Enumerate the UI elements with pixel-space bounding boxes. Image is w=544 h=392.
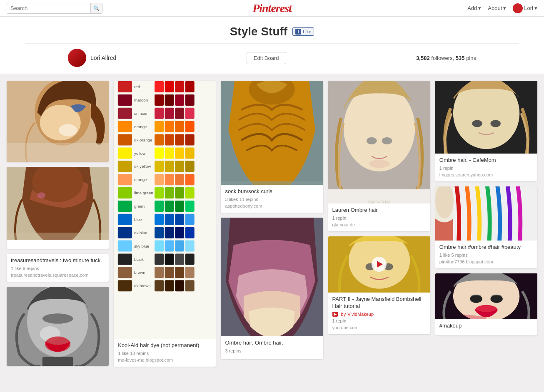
pin-title: Kool-Aid hair dye (not permanent) xyxy=(118,342,212,349)
pin-card[interactable]: Ombre hair. - CafeMom 1 repin images.sea… xyxy=(435,81,537,181)
pin-source: glamour.de xyxy=(332,222,426,227)
svg-rect-61 xyxy=(175,147,184,159)
pin-card[interactable] xyxy=(7,81,109,162)
svg-rect-68 xyxy=(185,161,195,172)
svg-rect-33 xyxy=(118,94,132,106)
pin-card[interactable]: SKYRIN Lauren Ombre hair 1 repin glamour… xyxy=(328,81,430,231)
user-chevron-icon: ▾ xyxy=(534,5,537,11)
svg-rect-51 xyxy=(118,134,132,146)
pin-card[interactable] xyxy=(7,167,109,249)
svg-rect-109 xyxy=(175,253,184,265)
svg-rect-97 xyxy=(175,227,184,238)
svg-point-133 xyxy=(369,160,389,168)
svg-rect-105 xyxy=(118,253,132,265)
svg-rect-55 xyxy=(175,134,184,146)
svg-rect-102 xyxy=(165,241,174,252)
play-button[interactable] xyxy=(372,257,387,272)
profile-avatar xyxy=(68,49,86,67)
svg-rect-54 xyxy=(165,134,174,146)
svg-rect-30 xyxy=(165,81,174,92)
svg-rect-56 xyxy=(185,134,195,146)
header-logo[interactable]: Pinterest xyxy=(252,2,292,15)
pin-title: PART II - Jayne Mansfield Bombshell Hair… xyxy=(332,296,426,310)
svg-text:SKYRIN: SKYRIN xyxy=(368,199,391,203)
svg-rect-84 xyxy=(165,201,174,212)
svg-rect-117 xyxy=(118,280,132,291)
search-box[interactable]: 🔍 xyxy=(7,3,102,14)
pin-card[interactable]: treasuresandtravels : two minute tuck. 1… xyxy=(7,254,109,282)
pins-label: pins xyxy=(466,55,476,61)
svg-text:dk yellow: dk yellow xyxy=(134,164,151,169)
svg-text:lime green: lime green xyxy=(134,191,153,195)
pin-card[interactable]: #makeup xyxy=(435,273,537,335)
pin-image xyxy=(221,81,323,185)
about-button[interactable]: About ▾ xyxy=(488,5,506,11)
pin-source: aspottedpony.com xyxy=(225,203,319,208)
search-button[interactable]: 🔍 xyxy=(90,3,102,14)
pin-card[interactable] xyxy=(7,287,109,366)
svg-rect-37 xyxy=(175,94,184,106)
svg-text:brown: brown xyxy=(134,270,145,275)
svg-rect-116 xyxy=(185,267,195,278)
pin-image xyxy=(221,218,323,336)
svg-text:dk brown: dk brown xyxy=(134,283,151,288)
svg-point-9 xyxy=(37,192,46,198)
svg-rect-79 xyxy=(175,187,184,198)
pin-info: #makeup xyxy=(435,319,537,335)
svg-rect-50 xyxy=(185,121,195,132)
svg-rect-63 xyxy=(118,161,132,172)
svg-rect-90 xyxy=(165,214,174,225)
svg-rect-42 xyxy=(165,108,174,119)
pin-image xyxy=(7,81,109,162)
pin-column-5: Ombre hair. - CafeMom 1 repin images.sea… xyxy=(435,81,537,335)
svg-rect-45 xyxy=(118,121,132,132)
svg-rect-121 xyxy=(175,280,184,291)
svg-rect-101 xyxy=(155,241,164,252)
pin-info: Lauren Ombre hair 1 repin glamour.de xyxy=(328,203,430,231)
svg-rect-113 xyxy=(155,267,164,278)
pin-card[interactable]: Kool-Aid Dyed Playsilks pink red xyxy=(114,81,216,367)
svg-point-17 xyxy=(42,313,73,324)
pin-info: PART II - Jayne Mansfield Bombshell Hair… xyxy=(328,293,430,334)
svg-rect-67 xyxy=(175,161,184,172)
site-header: 🔍 Pinterest Add ▾ About ▾ Lori ▾ xyxy=(0,0,544,17)
svg-rect-120 xyxy=(165,280,174,291)
svg-rect-69 xyxy=(118,174,132,185)
edit-board-button[interactable]: Edit Board xyxy=(247,52,286,64)
svg-rect-74 xyxy=(185,174,195,185)
user-menu-button[interactable]: Lori ▾ xyxy=(513,3,537,13)
facebook-icon: f xyxy=(295,29,301,35)
svg-rect-41 xyxy=(155,108,164,119)
pin-card[interactable]: Ombre hair #ombre #hair #beauty 1 like 5… xyxy=(435,186,537,268)
svg-rect-18 xyxy=(42,357,73,365)
svg-text:crimson: crimson xyxy=(134,111,148,116)
pin-image: Kool-Aid Dyed Playsilks pink red xyxy=(114,81,216,339)
svg-rect-39 xyxy=(118,108,132,119)
add-button[interactable]: Add ▾ xyxy=(467,5,481,11)
user-name-label: Lori xyxy=(524,5,533,11)
svg-point-143 xyxy=(472,120,482,127)
svg-rect-83 xyxy=(155,201,164,212)
pin-card[interactable]: Ombre hair. Ombre hair. 3 repins xyxy=(221,218,323,359)
pin-title: Ombre hair. - CafeMom xyxy=(439,157,533,164)
pin-card[interactable]: sock bun/sock curls 3 likes 11 repins as… xyxy=(221,81,323,213)
pin-source: me-loves-me.blogspot.com xyxy=(118,357,212,362)
svg-rect-85 xyxy=(175,201,184,212)
svg-rect-78 xyxy=(165,187,174,198)
svg-rect-59 xyxy=(155,147,164,159)
svg-rect-36 xyxy=(165,94,174,106)
pin-card[interactable]: PART II - Jayne Mansfield Bombshell Hair… xyxy=(328,236,430,334)
video-channel-name: VividMakeup xyxy=(347,312,374,317)
svg-text:orange: orange xyxy=(134,177,147,182)
facebook-like-button[interactable]: f Like xyxy=(292,27,314,36)
svg-text:sky blue: sky blue xyxy=(134,244,149,248)
svg-rect-47 xyxy=(155,121,164,132)
pin-image xyxy=(435,81,537,154)
svg-rect-43 xyxy=(175,108,184,119)
board-title: Style Stuff xyxy=(230,25,287,38)
svg-rect-66 xyxy=(165,161,174,172)
search-input[interactable] xyxy=(7,5,90,11)
followers-count: 3,582 xyxy=(416,55,430,61)
pin-title: Ombre hair #ombre #hair #beauty xyxy=(439,244,533,251)
pin-source: pin4fun7796.blogspot.com xyxy=(439,259,533,264)
